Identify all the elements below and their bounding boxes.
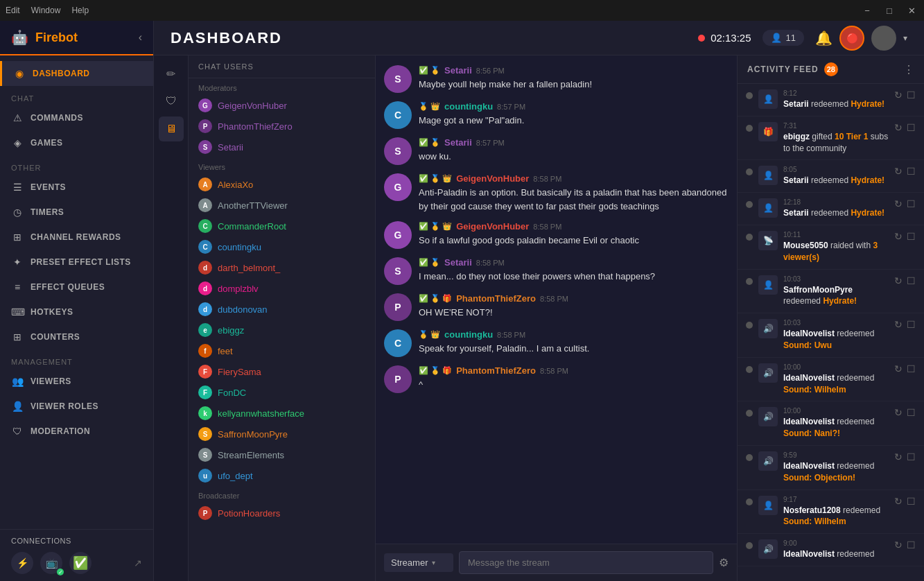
user-item-phantomthiefzero[interactable]: P PhantomThiefZero xyxy=(189,116,375,137)
sidebar-item-viewers[interactable]: 👥 VIEWERS xyxy=(0,369,153,394)
sidebar-item-timers[interactable]: ◷ TIMERS xyxy=(0,200,153,225)
activity-dismiss-button[interactable]: ☐ xyxy=(907,496,916,507)
sidebar-item-effect-queues[interactable]: ≡ EFFECT QUEUES xyxy=(0,275,153,300)
sidebar-collapse-button[interactable]: ‹ xyxy=(139,31,142,44)
activity-dismiss-button[interactable]: ☐ xyxy=(907,275,916,286)
message-header: ✅ 🥇 Setarii 8:57 PM xyxy=(419,137,729,148)
user-item-geigenvonhuber[interactable]: G GeigenVonHuber xyxy=(189,95,375,116)
notifications-button[interactable]: 🔔 xyxy=(815,30,833,46)
message-text: I mean... do they not lose their powers … xyxy=(419,270,729,284)
list-item[interactable]: F FierySama xyxy=(189,361,375,382)
list-item[interactable]: F FonDC xyxy=(189,382,375,403)
sidebar-item-viewer-roles[interactable]: 👤 VIEWER ROLES xyxy=(0,394,153,419)
message-content: ✅ 🥇 👑 GeigenVonHuber 8:58 PM So if a law… xyxy=(419,221,729,249)
list-item[interactable]: C CommanderRoot xyxy=(189,216,375,236)
list-item[interactable]: e ebiggz xyxy=(189,320,375,340)
connection-stream-button[interactable]: 📺 ✓ xyxy=(40,552,62,574)
sidebar-item-channel-rewards[interactable]: ⊞ CHANNEL REWARDS xyxy=(0,225,153,250)
activity-dismiss-button[interactable]: ☐ xyxy=(907,166,916,177)
activity-item: 🔊 9:59 IdealNovelist redeemed Sound: Obj… xyxy=(738,446,924,490)
menu-help[interactable]: Help xyxy=(71,6,89,15)
message-username: countingku xyxy=(444,329,493,340)
activity-refresh-button[interactable]: ↻ xyxy=(894,231,903,242)
viewer-icon: 👤 xyxy=(771,33,782,43)
sidebar-item-hotkeys[interactable]: ⌨ HOTKEYS xyxy=(0,300,153,324)
activity-feed-menu-button[interactable]: ⋮ xyxy=(903,63,914,76)
user-item-broadcaster[interactable]: P PotionHoarders xyxy=(189,503,375,523)
connection-check-button[interactable]: ✅ xyxy=(69,552,91,574)
chat-settings-button[interactable]: ⚙ xyxy=(719,556,729,569)
activity-feed-panel: ACTIVITY FEED 28 ⋮ 👤 8:12 Setarii redeem… xyxy=(737,55,924,581)
user-avatar: d xyxy=(198,302,212,316)
activity-refresh-button[interactable]: ↻ xyxy=(894,198,903,209)
user-avatar-button[interactable]: 🔴 xyxy=(839,26,864,51)
list-item[interactable]: S SaffronMoonPyre xyxy=(189,424,375,444)
close-button[interactable]: ✕ xyxy=(905,6,918,16)
sidebar-item-preset-effects[interactable]: ✦ PRESET EFFECT LISTS xyxy=(0,250,153,275)
message-header: ✅ 🥇 Setarii 8:58 PM xyxy=(419,257,729,268)
moderation-icon: 🛡 xyxy=(11,426,24,437)
activity-refresh-button[interactable]: ↻ xyxy=(894,122,903,133)
list-item[interactable]: S StreamElements xyxy=(189,444,375,465)
chat-message: G ✅ 🥇 👑 GeigenVonHuber 8:58 PM Anti-Pala… xyxy=(376,169,737,217)
message-username: GeigenVonHuber xyxy=(456,173,529,184)
activity-refresh-button[interactable]: ↻ xyxy=(894,496,903,507)
maximize-button[interactable]: □ xyxy=(882,6,896,16)
sidebar-item-dashboard[interactable]: ◉ DASHBOARD xyxy=(0,61,153,86)
user-item-setarii[interactable]: S Setarii xyxy=(189,137,375,157)
sidebar-item-events[interactable]: ☰ EVENTS xyxy=(0,175,153,200)
list-item[interactable]: k kellyannwhatsherface xyxy=(189,403,375,424)
chat-sender-selector[interactable]: Streamer ▾ xyxy=(384,553,453,572)
activity-refresh-button[interactable]: ↻ xyxy=(894,363,903,374)
chat-message-input[interactable] xyxy=(459,551,713,574)
activity-refresh-button[interactable]: ↻ xyxy=(894,89,903,101)
icon-bar-monitor[interactable]: 🖥 xyxy=(159,116,184,141)
activity-text: IdealNovelist redeemed Sound: Nani?! xyxy=(783,416,889,440)
channel-rewards-icon: ⊞ xyxy=(11,232,24,243)
message-badge: 🥇 👑 xyxy=(419,102,440,111)
activity-refresh-button[interactable]: ↻ xyxy=(894,166,903,177)
activity-dismiss-button[interactable]: ☐ xyxy=(907,122,916,133)
activity-dismiss-button[interactable]: ☐ xyxy=(907,451,916,462)
activity-actions: ↻ ☐ xyxy=(894,89,916,101)
activity-dismiss-button[interactable]: ☐ xyxy=(907,319,916,330)
icon-bar-pencil[interactable]: ✏ xyxy=(159,61,184,86)
connection-power-button[interactable]: ⚡ xyxy=(11,552,33,574)
activity-refresh-button[interactable]: ↻ xyxy=(894,539,903,550)
list-item[interactable]: d dubdonovan xyxy=(189,299,375,320)
menu-edit[interactable]: Edit xyxy=(6,6,20,15)
secondary-avatar[interactable] xyxy=(871,26,896,51)
icon-bar-shield[interactable]: 🛡 xyxy=(159,89,184,114)
sidebar-item-counters[interactable]: ⊞ COUNTERS xyxy=(0,324,153,349)
chat-message: P ✅ 🥇 🎁 PhantomThiefZero 8:58 PM ^ xyxy=(376,361,737,397)
list-item[interactable]: C countingku xyxy=(189,236,375,257)
activity-dot xyxy=(746,125,753,132)
minimize-button[interactable]: − xyxy=(860,6,874,16)
activity-refresh-button[interactable]: ↻ xyxy=(894,407,903,418)
activity-dismiss-button[interactable]: ☐ xyxy=(907,198,916,209)
list-item[interactable]: A AlexiaXo xyxy=(189,174,375,195)
list-item[interactable]: f feet xyxy=(189,340,375,361)
activity-actions: ↻ ☐ xyxy=(894,122,916,133)
sidebar-item-moderation[interactable]: 🛡 MODERATION xyxy=(0,419,153,444)
activity-icon: 👤 xyxy=(758,275,778,295)
list-item[interactable]: d domplzblv xyxy=(189,278,375,299)
message-text: OH WE'RE NOT?! xyxy=(419,306,729,320)
list-item[interactable]: d darth_belmont_ xyxy=(189,257,375,278)
avatar-dropdown-arrow[interactable]: ▾ xyxy=(903,33,907,43)
list-item[interactable]: u ufo_dept xyxy=(189,465,375,486)
activity-refresh-button[interactable]: ↻ xyxy=(894,451,903,462)
sidebar-item-games[interactable]: ◈ GAMES xyxy=(0,130,153,155)
menu-window[interactable]: Window xyxy=(31,6,61,15)
activity-dismiss-button[interactable]: ☐ xyxy=(907,363,916,374)
external-link-icon[interactable]: ↗ xyxy=(134,557,142,569)
message-content: ✅ 🥇 Setarii 8:56 PM Maybe youll help mak… xyxy=(419,65,729,93)
activity-refresh-button[interactable]: ↻ xyxy=(894,319,903,330)
sidebar-item-commands[interactable]: ⚠ COMMANDS xyxy=(0,105,153,130)
activity-dismiss-button[interactable]: ☐ xyxy=(907,539,916,550)
activity-dismiss-button[interactable]: ☐ xyxy=(907,407,916,418)
activity-dismiss-button[interactable]: ☐ xyxy=(907,231,916,242)
activity-dismiss-button[interactable]: ☐ xyxy=(907,89,916,101)
activity-refresh-button[interactable]: ↻ xyxy=(894,275,903,286)
list-item[interactable]: A AnotherTTViewer xyxy=(189,195,375,216)
